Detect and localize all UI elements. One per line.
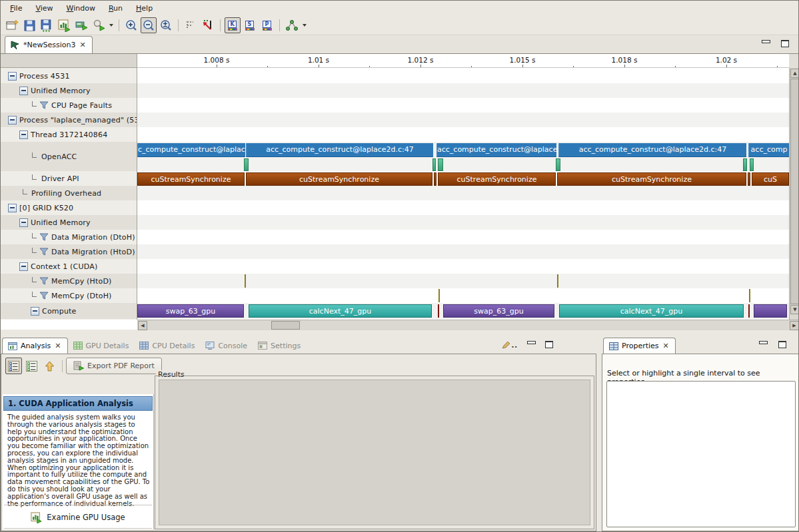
compute-kernel-bar[interactable] (748, 304, 750, 318)
profile-application-button[interactable] (56, 17, 72, 33)
compute-kernel-bar[interactable]: swap_63_gpu (443, 304, 554, 318)
analysis-minimize-icon[interactable] (527, 341, 536, 347)
openacc-wait-mark[interactable] (438, 158, 443, 171)
scroll-left-icon[interactable]: ◀ (138, 321, 147, 330)
guided-analysis-toggle[interactable] (5, 358, 22, 374)
call-tree-dropdown-caret[interactable] (303, 24, 307, 27)
tree-row[interactable]: Unified Memory (1, 83, 137, 98)
zoom-out-button[interactable] (141, 17, 157, 33)
tree-row[interactable]: Compute (1, 303, 137, 319)
tree-row[interactable]: Unified Memory (1, 215, 137, 230)
tab-properties[interactable]: Properties ✕ (603, 338, 676, 354)
memcpy-dtoh-tick[interactable] (749, 289, 750, 302)
driver-api-interval-bar[interactable] (748, 172, 750, 186)
save-all-button[interactable] (39, 17, 55, 33)
driver-api-interval-bar[interactable]: cuS (752, 172, 789, 186)
timeline-canvas[interactable]: c_compute_construct@laplace...acc_comput… (137, 68, 789, 320)
driver-api-interval-bar[interactable] (434, 172, 436, 186)
call-tree-button[interactable] (284, 17, 300, 33)
export-pdf-button[interactable]: Export PDF Report (66, 358, 162, 374)
tab-console[interactable]: Console (200, 338, 253, 354)
driver-api-interval-bar[interactable]: cuStreamSynchronize (557, 172, 746, 186)
tree-row[interactable]: MemCpy (DtoH) (1, 288, 137, 303)
menu-window[interactable]: Window (60, 2, 102, 15)
tree-row[interactable]: Driver API (1, 171, 137, 186)
goto-source-button[interactable] (200, 17, 216, 33)
analysis-maximize-icon[interactable] (545, 341, 553, 348)
examine-gpu-usage-button[interactable]: Examine GPU Usage (3, 509, 153, 526)
openacc-wait-mark[interactable] (743, 158, 747, 171)
tree-row[interactable]: MemCpy (HtoD) (1, 274, 137, 288)
session-tab[interactable]: *NewSession3 ✕ (5, 36, 93, 53)
stream-color-toggle[interactable]: S (242, 17, 258, 33)
timeline-minimize-icon[interactable] (762, 40, 770, 46)
openacc-wait-mark[interactable] (556, 158, 560, 171)
collapse-icon[interactable] (8, 204, 17, 212)
compute-kernel-bar[interactable]: calcNext_47_gpu (249, 304, 432, 318)
collapse-icon[interactable] (8, 116, 17, 125)
zoom-fit-button[interactable] (158, 17, 174, 33)
driver-api-interval-bar[interactable]: cuStreamSynchronize (246, 172, 432, 186)
analysis-tab-close-icon[interactable]: ✕ (54, 342, 61, 350)
scroll-down-icon[interactable]: ▼ (790, 305, 799, 314)
session-tab-close-icon[interactable]: ✕ (79, 41, 86, 49)
openacc-interval-bar[interactable]: acc_comp (748, 143, 789, 157)
timeline-horizontal-scrollbar[interactable]: ◀ ▶ (137, 320, 799, 330)
collapse-icon[interactable] (31, 307, 39, 316)
collapse-icon[interactable] (8, 72, 17, 81)
openacc-wait-mark[interactable] (750, 158, 754, 171)
view-menu-icon[interactable]: .. (502, 341, 518, 349)
openacc-interval-bar[interactable]: acc_compute_construct@laplace2d.c:47 (246, 143, 433, 157)
tree-row[interactable]: Process "laplace_managed" (538) (1, 113, 137, 127)
openacc-wait-mark[interactable] (244, 158, 249, 171)
process-color-toggle[interactable]: P (259, 17, 275, 33)
menu-help[interactable]: Help (129, 2, 159, 15)
compute-kernel-bar[interactable] (438, 304, 439, 318)
compute-kernel-bar[interactable]: swap_63_gpu (137, 304, 244, 318)
openacc-wait-mark[interactable] (432, 158, 436, 171)
tree-row[interactable]: Context 1 (CUDA) (1, 259, 137, 274)
memcpy-htod-tick[interactable] (557, 274, 558, 288)
kernel-color-toggle[interactable]: K (225, 17, 241, 33)
openacc-interval-bar[interactable]: acc_compute_construct@laplace... (436, 143, 556, 157)
memcpy-htod-tick[interactable] (245, 274, 246, 288)
scroll-up-icon[interactable]: ▲ (790, 69, 799, 78)
driver-api-interval-bar[interactable]: cuStreamSynchronize (137, 172, 245, 186)
horizontal-scroll-thumb[interactable] (271, 321, 300, 330)
tab-gpu-details[interactable]: GPU Details (68, 338, 135, 354)
search-analyze-button[interactable] (91, 17, 107, 33)
collapse-icon[interactable] (19, 262, 28, 271)
timeline-ruler[interactable]: 1.008 s1.01 s1.012 s1.015 s1.018 s1.02 s (137, 54, 789, 68)
unguided-analysis-toggle[interactable] (23, 358, 40, 374)
openacc-interval-bar[interactable]: acc_compute_construct@laplace2d.c:47 (558, 143, 746, 157)
menu-file[interactable]: File (3, 2, 29, 15)
collapse-icon[interactable] (19, 131, 28, 139)
tree-row[interactable]: Process 4531 (1, 69, 137, 83)
compute-kernel-bar[interactable] (754, 304, 787, 318)
collapse-icon[interactable] (19, 218, 28, 227)
memcpy-dtoh-tick[interactable] (438, 289, 440, 302)
timeline-vertical-scrollbar[interactable]: ▲ ▼ (789, 68, 799, 320)
tab-analysis[interactable]: Analysis✕ (2, 338, 68, 354)
tab-cpu-details[interactable]: CPU Details (134, 338, 200, 354)
tab-settings[interactable]: Settings (253, 338, 306, 354)
new-session-button[interactable] (4, 17, 20, 33)
save-button[interactable] (21, 17, 37, 33)
driver-api-interval-bar[interactable]: cuStreamSynchronize (438, 172, 556, 186)
properties-maximize-icon[interactable] (778, 341, 786, 348)
tree-row[interactable]: OpenACC (1, 142, 137, 171)
properties-minimize-icon[interactable] (759, 341, 768, 347)
vertical-scroll-thumb[interactable] (790, 79, 799, 304)
tree-row[interactable]: CPU Page Faults (1, 98, 137, 113)
tree-row[interactable]: Thread 3172140864 (1, 127, 137, 142)
zoom-in-button[interactable] (123, 17, 139, 33)
tree-row[interactable]: [0] GRID K520 (1, 200, 137, 215)
collapse-icon[interactable] (19, 87, 28, 95)
properties-tab-close-icon[interactable]: ✕ (662, 342, 670, 350)
timeline-maximize-icon[interactable] (781, 40, 789, 47)
compute-kernel-bar[interactable]: calcNext_47_gpu (559, 304, 744, 318)
back-up-button[interactable] (41, 358, 58, 374)
menu-run[interactable]: Run (102, 2, 129, 15)
tree-row[interactable]: Profiling Overhead (1, 186, 137, 200)
tree-row[interactable]: Data Migration (DtoH) (1, 230, 137, 244)
